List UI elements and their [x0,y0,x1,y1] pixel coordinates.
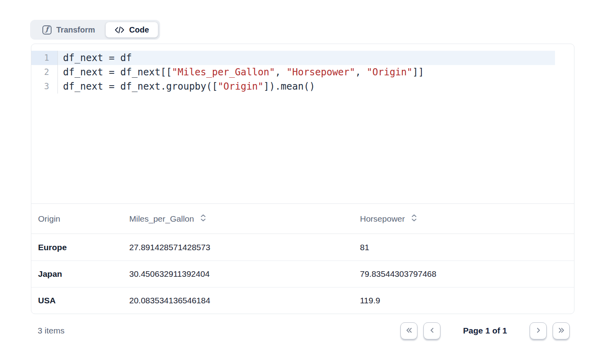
code-line[interactable]: 3 df_next = df_next.groupby(["Origin"]).… [31,79,574,94]
cell-horsepower: 119.9 [360,296,574,305]
chevron-left-icon [429,327,436,335]
line-number: 2 [31,65,58,79]
code-line-text: df_next = df [58,51,555,65]
transform-widget: ƒ Transform Code 1 df_next = df 2 df_ne [31,20,574,342]
cell-origin: Europe [38,243,129,252]
tab-code[interactable]: Code [105,22,158,38]
page-indicator: Page 1 of 1 [463,326,507,335]
table-header-row: Origin Miles_per_Gallon Horsepower [31,203,574,234]
double-chevron-left-icon [406,327,413,335]
sort-up-down-icon[interactable] [200,214,207,224]
first-page-button[interactable] [400,322,417,339]
table-footer: 3 items Page 1 of 1 [31,320,574,342]
chevron-right-icon [535,327,542,335]
cell-miles-per-gallon: 27.891428571428573 [129,243,360,252]
next-page-button[interactable] [530,322,547,339]
table-row: USA 20.083534136546184 119.9 [31,287,574,314]
code-line[interactable]: 2 df_next = df_next[["Miles_per_Gallon",… [31,65,574,79]
code-line-text: df_next = df_next[["Miles_per_Gallon", "… [58,65,574,79]
sort-up-down-icon[interactable] [411,214,417,224]
cell-origin: Japan [38,269,129,279]
code-editor[interactable]: 1 df_next = df 2 df_next = df_next[["Mil… [31,44,574,203]
code-line[interactable]: 1 df_next = df [31,51,574,65]
previous-page-button[interactable] [423,322,440,339]
pagination: Page 1 of 1 [400,322,570,339]
table-row: Europe 27.891428571428573 81 [31,234,574,261]
view-mode-tabbar: ƒ Transform Code [30,20,160,40]
column-header-miles-per-gallon[interactable]: Miles_per_Gallon [129,214,360,224]
table-row: Japan 30.450632911392404 79.835443037974… [31,261,574,287]
last-page-button[interactable] [553,322,570,339]
function-icon: ƒ [42,25,52,34]
double-chevron-right-icon [558,327,565,335]
code-and-result-panel: 1 df_next = df 2 df_next = df_next[["Mil… [31,44,574,314]
code-line-text: df_next = df_next.groupby(["Origin"]).me… [58,79,574,94]
cell-origin: USA [38,296,129,305]
tab-code-label: Code [129,25,149,34]
items-count: 3 items [38,326,65,335]
cell-horsepower: 79.83544303797468 [360,269,574,279]
cell-miles-per-gallon: 20.083534136546184 [129,296,360,305]
line-number: 3 [31,79,58,94]
code-brackets-icon [115,27,124,33]
line-number: 1 [31,51,58,65]
tab-transform-label: Transform [56,25,95,34]
tab-transform[interactable]: ƒ Transform [32,22,105,38]
column-header-origin: Origin [38,214,129,224]
column-header-horsepower[interactable]: Horsepower [360,214,574,224]
cell-miles-per-gallon: 30.450632911392404 [129,269,360,279]
result-table: Origin Miles_per_Gallon Horsepower [31,203,574,314]
cell-horsepower: 81 [360,243,574,252]
